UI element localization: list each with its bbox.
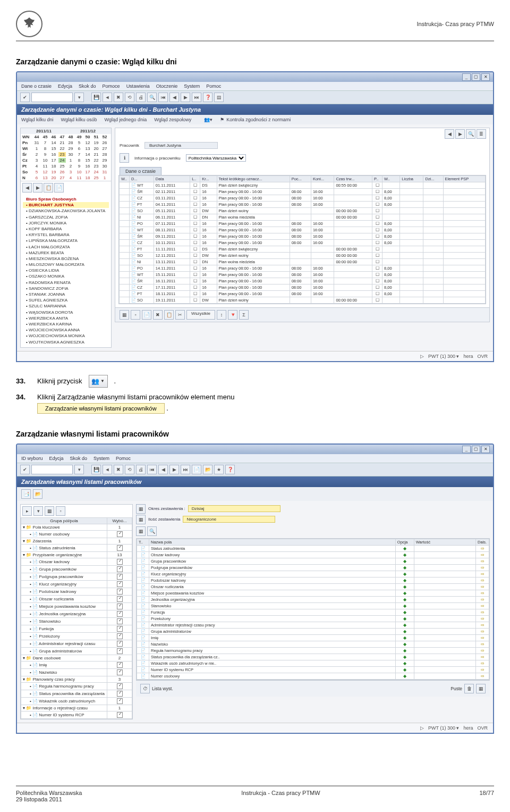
list-icon[interactable]: ≣ bbox=[477, 129, 486, 139]
tree-group[interactable]: ▾ 📁 Pola kluczowe1 bbox=[21, 524, 132, 530]
grid-cut-icon[interactable]: ✂ bbox=[175, 310, 185, 320]
tree-group[interactable]: ▾ 📁 Planowany czas pracy3 bbox=[21, 676, 132, 682]
employee-item[interactable]: • SANDOWICZ ZOFIA bbox=[23, 286, 109, 291]
table-row[interactable]: 📄 NI13.11.2011☐DNPlan wolna niedziela00:… bbox=[120, 259, 486, 265]
new-icon[interactable]: 📄 bbox=[192, 465, 201, 474]
people-icon-button[interactable]: 👥▾ bbox=[204, 117, 212, 122]
sel-row[interactable]: 📄Status zatrudnienia◆⇨ bbox=[137, 545, 489, 551]
menu-item[interactable]: Skok do bbox=[70, 456, 88, 461]
table-row[interactable]: 📄 PT18.11.2011☐16Plan pracy 08:00 - 16:0… bbox=[120, 291, 486, 297]
menu-item[interactable]: System bbox=[94, 456, 109, 461]
menu-item[interactable]: Otoczenie bbox=[156, 83, 178, 89]
filter-date-value[interactable]: Dzisiaj bbox=[188, 505, 280, 512]
save-icon[interactable]: 💾 bbox=[91, 465, 101, 474]
field-tree-table[interactable]: Grupa pól/pola Wybó... ▾ 📁 Pola kluczowe… bbox=[21, 517, 132, 719]
employee-item[interactable]: • WIERZBICKA KARINA bbox=[23, 321, 109, 327]
grid-delete-icon[interactable]: ✖ bbox=[153, 310, 163, 320]
menu-item[interactable]: Dane o czasie bbox=[21, 83, 52, 89]
sel-tool-icon[interactable]: ▦ bbox=[136, 526, 146, 536]
tree-group[interactable]: ▾ 📁 Dane osobowe2 bbox=[21, 655, 132, 661]
tree-item[interactable]: • 📄 Administrator rejestracji czasu bbox=[21, 640, 132, 647]
tree-item[interactable]: • 📄 Wskaźnik osób zatrudnionych bbox=[21, 697, 132, 705]
employee-item[interactable]: • MIESZKOWSKA BOŻENA bbox=[23, 256, 109, 262]
print-icon[interactable]: 🖨 bbox=[136, 465, 146, 474]
tab-dane-o-czasie[interactable]: Dane o czasie bbox=[120, 167, 162, 175]
next-page-icon[interactable]: ▶ bbox=[181, 93, 190, 102]
filter-icon[interactable]: ▦ bbox=[136, 515, 146, 524]
selection-fields-table[interactable]: T..Nazwa polaOpcjaWartośćDals. 📄Status z… bbox=[137, 539, 489, 680]
employee-item[interactable]: • WĄSOWSKA DOROTA bbox=[23, 309, 109, 315]
sel-row[interactable]: 📄Administrator rejestracji czasu pracy◆⇨ bbox=[137, 622, 489, 628]
filter-count-value[interactable]: Nieograniczone bbox=[183, 516, 275, 523]
select-all-icon[interactable]: ▦ bbox=[45, 506, 54, 516]
sel-row[interactable]: 📄Podobszar kadrowy◆⇨ bbox=[137, 577, 489, 583]
tree-group[interactable]: ▾ 📁 Informacje o rejestracji czasu1 bbox=[21, 705, 132, 711]
menu-item[interactable]: ID wyboru bbox=[21, 456, 43, 461]
tree-item[interactable]: • 📄 Grupa administratorów bbox=[21, 647, 132, 655]
tree-item[interactable]: • 📄 Przełożony bbox=[21, 632, 132, 640]
check-icon[interactable]: ✔ bbox=[20, 465, 30, 474]
sel-row[interactable]: 📄Przełożony◆⇨ bbox=[137, 615, 489, 622]
tree-item[interactable]: • 📄 Status zatrudnienia bbox=[21, 544, 132, 551]
close-button[interactable]: ✕ bbox=[481, 73, 490, 81]
grid-sum-icon[interactable]: Σ bbox=[239, 310, 249, 320]
list-button[interactable]: Lista wyst. bbox=[152, 686, 173, 691]
employee-item[interactable]: • GARSZCZAL ZOFIA bbox=[23, 214, 109, 220]
table-row[interactable]: 📄 SO05.11.2011☐DWPlan dzień wolny00:00 0… bbox=[120, 208, 486, 214]
tree-item[interactable]: • 📄 Numer osobowy bbox=[21, 530, 132, 538]
view-tab[interactable]: Wgląd zespołowy bbox=[154, 117, 191, 122]
print-icon[interactable]: 🖨 bbox=[136, 93, 146, 102]
prev-employee-icon[interactable]: ◀ bbox=[445, 129, 454, 139]
sel-row[interactable]: 📄Numer ID systemu RCP◆⇨ bbox=[137, 666, 489, 673]
grid-header[interactable]: D... bbox=[130, 176, 154, 182]
copy-icon[interactable]: 📋 bbox=[44, 183, 53, 192]
tree-group[interactable]: ▾ 📁 Przypisanie organizacyjne13 bbox=[21, 551, 132, 558]
variant-open-icon[interactable]: 📂 bbox=[33, 489, 42, 499]
sel-row[interactable]: 📄Wskaźnik osób zatrudnionych w nie..◆⇨ bbox=[137, 660, 489, 666]
menu-item[interactable]: Pomoc bbox=[206, 83, 221, 89]
expand-icon[interactable]: ▸ bbox=[22, 506, 32, 516]
menu-item[interactable]: Edycja bbox=[58, 83, 72, 89]
employee-item[interactable]: • LIPIŃSKA MAŁGORZATA bbox=[23, 238, 109, 244]
grid-filter-icon[interactable]: 🔻 bbox=[228, 310, 237, 320]
cancel-icon[interactable]: ⟲ bbox=[125, 93, 134, 102]
empty-icon[interactable]: 🗑 bbox=[464, 684, 474, 693]
last-page-icon[interactable]: ⏭ bbox=[192, 93, 201, 102]
sel-row[interactable]: 📄Jednostka organizacyjna◆⇨ bbox=[137, 596, 489, 602]
table-row[interactable]: 📄 WT15.11.2011☐16Plan pracy 08:00 - 16:0… bbox=[120, 272, 486, 278]
dropdown-icon[interactable]: ▾ bbox=[74, 465, 84, 474]
grid-sort-icon[interactable]: ↕ bbox=[217, 310, 226, 320]
sel-row[interactable]: 📄Obszar kadrowy◆⇨ bbox=[137, 551, 489, 558]
conformity-button[interactable]: ⚑ Kontrola zgodności z normami bbox=[220, 117, 291, 122]
variant-icon[interactable]: 📑 bbox=[21, 489, 31, 499]
tree-item[interactable]: • 📄 Obszar kadrowy bbox=[21, 558, 132, 565]
next-page-icon[interactable]: ▶ bbox=[169, 465, 179, 474]
exit-icon[interactable]: ✖ bbox=[114, 465, 123, 474]
employee-item[interactable]: • KRYSTEL BARBARA bbox=[23, 232, 109, 238]
sel-row[interactable]: 📄Podgrupa pracowników◆⇨ bbox=[137, 564, 489, 571]
employee-item[interactable]: • SZULC MARIANNA bbox=[23, 303, 109, 309]
grid-header[interactable]: Czas trw... bbox=[334, 176, 372, 182]
employee-item[interactable]: • DZIANKOWSKA-ZAKOWSKA JOLANTA bbox=[23, 208, 109, 214]
filter-all-button[interactable]: Wszystkie bbox=[186, 310, 215, 320]
tree-group[interactable]: ▾ 📁 Zdarzenia1 bbox=[21, 538, 132, 544]
first-page-icon[interactable]: ⏮ bbox=[158, 93, 168, 102]
execute-icon[interactable]: ⏱ bbox=[140, 684, 150, 693]
tree-item[interactable]: • 📄 Jednostka organizacyjna bbox=[21, 610, 132, 617]
menu-item[interactable]: Pomoce bbox=[103, 83, 120, 89]
table-row[interactable]: 📄 CZ10.11.2011☐16Plan pracy 08:00 - 16:0… bbox=[120, 240, 486, 246]
tree-item[interactable]: • 📄 Status pracownika dla zarządzania bbox=[21, 690, 132, 697]
grid-deselect-icon[interactable]: ▫ bbox=[131, 310, 140, 320]
maximize-button[interactable]: ▢ bbox=[472, 446, 480, 453]
help-icon[interactable]: ❓ bbox=[203, 93, 212, 102]
tree-item[interactable]: • 📄 Klucz organizacyjny bbox=[21, 580, 132, 588]
table-row[interactable]: 📄 NI06.11.2011☐DNPlan wolna niedziela00:… bbox=[120, 214, 486, 221]
sel-row[interactable]: 📄Nazwisko◆⇨ bbox=[137, 641, 489, 647]
sel-row[interactable]: 📄Miejsce powstawania kosztów◆⇨ bbox=[137, 590, 489, 596]
table-row[interactable]: 📄 PT11.11.2011☐DSPlan dzień świąteczny00… bbox=[120, 246, 486, 253]
nav-next-icon[interactable]: ▶ bbox=[33, 183, 42, 192]
table-row[interactable]: 📄 WT01.11.2011☐DSPlan dzień świąteczny00… bbox=[120, 182, 486, 189]
table-row[interactable]: 📄 ŚR09.11.2011☐16Plan pracy 08:00 - 16:0… bbox=[120, 233, 486, 240]
grid-header[interactable]: Dzi... bbox=[423, 176, 443, 182]
nav-prev-icon[interactable]: ◀ bbox=[22, 183, 32, 192]
